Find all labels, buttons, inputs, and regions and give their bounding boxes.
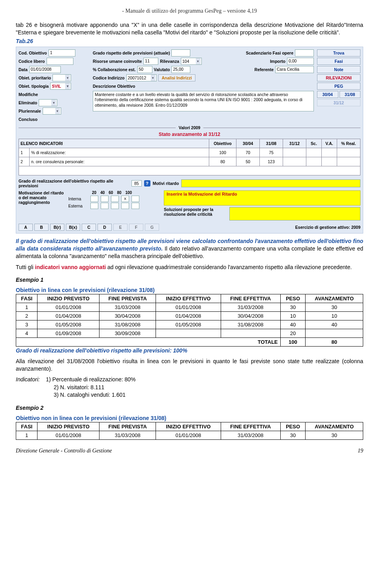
table-row[interactable]: 1 % di realizzazione: 100 70 75 bbox=[19, 148, 360, 157]
cod-obiettivo-input[interactable]: 1 bbox=[49, 49, 75, 57]
interna-60[interactable] bbox=[111, 196, 119, 202]
table-row: 101/01/200831/03/200801/01/200831/03/200… bbox=[16, 431, 363, 439]
th-real: % Real. bbox=[337, 139, 360, 148]
esterna-100[interactable] bbox=[131, 203, 139, 209]
grado-attuale-label: Grado rispetto delle previsioni (attuale… bbox=[93, 51, 170, 55]
rilevanza-select[interactable]: 104 bbox=[181, 58, 202, 65]
tipologia-label: Obiet. tipologia bbox=[19, 84, 49, 89]
th-peso: PESO bbox=[280, 294, 306, 303]
prioritario-label: Obiet. prioritario bbox=[19, 75, 51, 80]
interna-80[interactable]: X bbox=[121, 196, 129, 202]
cell-n: 2 bbox=[19, 157, 30, 166]
peg-button[interactable]: PEG bbox=[317, 83, 360, 90]
pluriennale-select[interactable] bbox=[43, 107, 61, 115]
btn-br[interactable]: B(r) bbox=[50, 224, 64, 231]
fasi-button[interactable]: Fasi bbox=[317, 58, 360, 65]
para2-b: indicatori vanno aggiornati bbox=[35, 264, 106, 270]
date-3112-button[interactable]: 31/12 bbox=[317, 99, 360, 106]
interna-100[interactable] bbox=[131, 196, 139, 202]
scale-20: 20 bbox=[92, 190, 96, 195]
collab-input[interactable]: 50 bbox=[137, 66, 152, 73]
soluzioni-label: Soluzioni proposte per la risoluzione de… bbox=[164, 207, 227, 220]
th-fp: FINE PREVISTA bbox=[99, 422, 156, 431]
th-av: AVANZAMENTO bbox=[306, 422, 363, 431]
valutato-label: Valutato bbox=[154, 67, 170, 72]
note-button[interactable]: Note bbox=[317, 66, 360, 73]
indicatori-block: Indicatori: 1) Percentuale di realizzazi… bbox=[16, 376, 363, 399]
footer-left: Direzione Generale - Controllo di Gestio… bbox=[16, 448, 112, 454]
intro-text: tab 26 e bisognerà motivare apponendo un… bbox=[16, 22, 363, 36]
alla-rilevazione: Alla rilevazione del 31/08/2008 l'obiett… bbox=[16, 358, 363, 373]
indic-1: 1) Percentuale di realizzazione: 80% bbox=[46, 376, 135, 383]
valori-label: Valori 2009 bbox=[176, 125, 204, 130]
esterna-80[interactable] bbox=[121, 203, 129, 209]
cod-obiettivo-label: Cod. Obiettivo bbox=[19, 51, 47, 55]
btn-e[interactable]: E bbox=[113, 224, 128, 231]
esterna-60[interactable] bbox=[111, 203, 119, 209]
interna-40[interactable] bbox=[101, 196, 109, 202]
th-obiettivo: Obiettivo bbox=[209, 139, 236, 148]
th-fp: FINE PREVISTA bbox=[99, 294, 156, 303]
scale-40: 40 bbox=[100, 190, 105, 195]
cell-ob: 100 bbox=[209, 148, 236, 157]
scadenziario-input[interactable] bbox=[295, 49, 314, 57]
scale-60: 60 bbox=[109, 190, 113, 195]
btn-a[interactable]: A bbox=[19, 224, 33, 231]
tipologia-select[interactable]: SVIL bbox=[50, 83, 71, 90]
th-3112: 31/12 bbox=[283, 139, 306, 148]
th-sc: Sc. bbox=[306, 139, 322, 148]
esempio-2-label: Esempio 2 bbox=[16, 405, 363, 411]
para2-a: Tutti gli bbox=[16, 264, 35, 270]
codice-indirizzo-select[interactable]: 20071012 bbox=[126, 74, 157, 81]
indicatori-table: ELENCO INDICATORI Obiettivo 30/04 31/08 … bbox=[19, 139, 360, 175]
referente-input[interactable]: Cara Cecilia bbox=[275, 66, 314, 73]
risorse-input[interactable]: 11 bbox=[143, 58, 158, 65]
motivi-ritardo-label: Motivi ritardo bbox=[153, 181, 179, 186]
interna-label: Interna bbox=[68, 196, 88, 201]
stato-label: Stato avanzamento al 31/12 bbox=[159, 132, 220, 137]
date-3004-button[interactable]: 30/04 bbox=[317, 91, 338, 98]
grado-attuale-input[interactable] bbox=[171, 49, 190, 57]
importo-input[interactable]: 0,00 bbox=[287, 58, 314, 65]
eliminato-select[interactable] bbox=[39, 99, 57, 106]
btn-bx[interactable]: B(x) bbox=[66, 224, 80, 231]
btn-g[interactable]: G bbox=[145, 224, 159, 231]
codice-libero-label: Codice libero bbox=[19, 59, 45, 64]
motivi-ritardo-input[interactable] bbox=[181, 179, 360, 187]
interna-20[interactable] bbox=[90, 196, 98, 202]
rilevazioni-button[interactable]: RILEVAZIONI bbox=[317, 74, 360, 81]
data-input[interactable]: 01/01/2008 bbox=[29, 66, 61, 73]
table-row-empty bbox=[19, 166, 360, 175]
table1-title: Obiettivo in linea con le previsioni (ri… bbox=[16, 287, 363, 293]
btn-f[interactable]: F bbox=[129, 224, 143, 231]
esterna-40[interactable] bbox=[101, 203, 109, 209]
btn-c[interactable]: C bbox=[82, 224, 96, 231]
grado-prev-value[interactable]: 85 bbox=[131, 180, 142, 187]
cell-desc: n. ore consulenza personale: bbox=[30, 157, 209, 166]
help-icon[interactable]: ? bbox=[144, 180, 150, 187]
importo-label: Importo bbox=[270, 59, 285, 64]
th-ie: INIZIO EFFETTIVO bbox=[156, 422, 221, 431]
th-va: V.A. bbox=[322, 139, 337, 148]
right-column: Trova Fasi Note RILEVAZIONI PEG 30/04 31… bbox=[317, 49, 360, 123]
prioritario-select[interactable] bbox=[53, 74, 71, 81]
concluso-label: Concluso bbox=[19, 117, 38, 122]
valutato-input[interactable]: 25,00 bbox=[171, 66, 190, 73]
btn-b[interactable]: B bbox=[34, 224, 49, 231]
middle-column: Grado rispetto delle previsioni (attuale… bbox=[93, 49, 314, 123]
fasi-table-2: FASI INIZIO PREVISTO FINE PREVISTA INIZI… bbox=[16, 422, 363, 440]
footer: Direzione Generale - Controllo di Gestio… bbox=[16, 448, 363, 454]
tab-label: Tab.26 bbox=[16, 38, 363, 44]
descrizione-label: Descrizione Obiettivo bbox=[93, 84, 135, 89]
date-3108-button[interactable]: 31/08 bbox=[340, 91, 361, 98]
descrizione-textarea[interactable]: Mantenere costante e a un livello elevat… bbox=[93, 91, 314, 111]
btn-d[interactable]: D bbox=[98, 224, 112, 231]
esterna-20[interactable] bbox=[90, 203, 98, 209]
soluzioni-input[interactable] bbox=[229, 207, 360, 220]
codice-indirizzo-label: Codice Indirizzo bbox=[93, 75, 125, 80]
yellow-warning: Inserire la Motivazione del Ritardo bbox=[164, 190, 360, 205]
analisi-indirizzi-button[interactable]: Analisi Indirizzi bbox=[158, 74, 195, 81]
trova-button[interactable]: Trova bbox=[317, 49, 360, 57]
table-row[interactable]: 2 n. ore consulenza personale: 80 50 123 bbox=[19, 157, 360, 166]
codice-libero-input[interactable] bbox=[47, 58, 73, 65]
